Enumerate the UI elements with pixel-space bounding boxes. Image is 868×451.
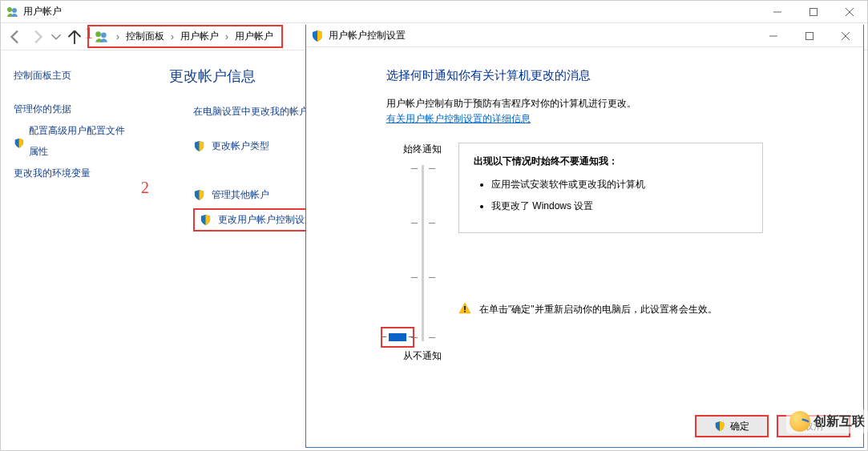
svg-rect-12 xyxy=(464,306,466,310)
svg-rect-13 xyxy=(464,311,466,312)
uac-slider[interactable] xyxy=(398,165,446,341)
uac-body: 选择何时通知你有关计算机更改的消息 用户帐户控制有助于预防有害程序对你的计算机进… xyxy=(306,47,863,364)
titlebar: 用户帐户 xyxy=(1,1,867,23)
minimize-button[interactable] xyxy=(759,1,795,23)
window-title: 用户帐户 xyxy=(23,5,759,18)
uac-desc-column: 出现以下情况时始终不要通知我： 应用尝试安装软件或更改我的计算机 我更改了 Wi… xyxy=(458,143,863,364)
forward-button[interactable] xyxy=(28,27,47,46)
uac-desc-bullet: 应用尝试安装软件或更改我的计算机 xyxy=(491,178,748,191)
shield-icon xyxy=(14,135,24,147)
breadcrumb[interactable]: › 控制面板 › 用户帐户 › 用户帐户 xyxy=(87,25,283,48)
uac-heading: 选择何时通知你有关计算机更改的消息 xyxy=(386,68,863,83)
uac-slider-column: 始终通知 从不通知 xyxy=(386,143,458,364)
shield-icon xyxy=(311,30,324,42)
slider-track xyxy=(422,165,424,341)
slider-thumb-highlight xyxy=(381,327,414,348)
svg-point-0 xyxy=(7,7,12,12)
slider-tick xyxy=(411,337,435,338)
uac-learn-more-link[interactable]: 有关用户帐户控制设置的详细信息 xyxy=(386,113,531,124)
sidebar-env-vars[interactable]: 更改我的环境变量 xyxy=(14,163,132,183)
shield-icon xyxy=(193,140,205,152)
watermark-text: 创新互联 xyxy=(813,413,865,430)
watermark: 创新互联 xyxy=(786,409,868,433)
link-change-uac[interactable]: 更改用户帐户控制设置 xyxy=(193,208,321,232)
user-accounts-icon xyxy=(6,6,18,18)
watermark-logo-icon xyxy=(789,411,810,432)
uac-title-text: 用户帐户控制设置 xyxy=(329,29,406,42)
slider-tick xyxy=(411,168,435,169)
uac-subtext: 用户帐户控制有助于预防有害程序对你的计算机进行更改。 xyxy=(386,96,863,111)
uac-slider-area: 始终通知 从不通知 xyxy=(386,143,863,364)
svg-rect-3 xyxy=(809,8,817,15)
up-button[interactable] xyxy=(65,27,84,46)
slider-label-bottom: 从不通知 xyxy=(403,349,442,364)
sidebar: 控制面板主页 管理你的凭据 配置高级用户配置文件属性 更改我的环境变量 xyxy=(1,50,145,450)
warning-icon xyxy=(458,302,471,315)
sidebar-credentials[interactable]: 管理你的凭据 xyxy=(14,99,132,119)
maximize-button[interactable] xyxy=(795,1,831,23)
chevron-right-icon[interactable]: › xyxy=(113,31,123,42)
slider-tick xyxy=(411,277,435,278)
svg-point-7 xyxy=(101,32,107,38)
breadcrumb-user-accounts-1[interactable]: 用户帐户 xyxy=(177,28,222,45)
ok-button-label: 确定 xyxy=(730,420,749,433)
slider-tick xyxy=(411,223,435,223)
sidebar-home[interactable]: 控制面板主页 xyxy=(14,65,132,86)
chevron-right-icon[interactable]: › xyxy=(222,31,232,42)
slider-thumb[interactable] xyxy=(389,333,406,341)
uac-warning-text: 在单击"确定"并重新启动你的电脑后，此设置将会生效。 xyxy=(479,302,717,317)
uac-settings-window: 用户帐户控制设置 选择何时通知你有关计算机更改的消息 用户帐户控制有助于预防有害… xyxy=(305,25,864,448)
uac-minimize-button[interactable] xyxy=(755,25,791,47)
shield-icon xyxy=(200,214,212,226)
uac-warning: 在单击"确定"并重新启动你的电脑后，此设置将会生效。 xyxy=(458,302,779,317)
shield-icon xyxy=(714,421,725,432)
uac-description-box: 出现以下情况时始终不要通知我： 应用尝试安装软件或更改我的计算机 我更改了 Wi… xyxy=(458,143,763,233)
svg-point-1 xyxy=(12,8,17,13)
window-buttons xyxy=(759,1,867,23)
annotation-2: 2 xyxy=(141,179,149,197)
sidebar-advanced-profile-label: 配置高级用户配置文件属性 xyxy=(29,120,132,163)
back-button[interactable] xyxy=(6,27,25,46)
uac-titlebar: 用户帐户控制设置 xyxy=(306,25,863,47)
slider-label-top: 始终通知 xyxy=(403,143,442,157)
uac-window-buttons xyxy=(755,25,863,47)
breadcrumb-user-accounts-2[interactable]: 用户帐户 xyxy=(232,28,277,45)
uac-desc-bullet: 我更改了 Windows 设置 xyxy=(491,199,748,213)
recent-dropdown-icon[interactable] xyxy=(50,27,62,46)
close-button[interactable] xyxy=(831,1,867,23)
chevron-right-icon[interactable]: › xyxy=(168,31,177,42)
svg-point-6 xyxy=(95,31,101,37)
breadcrumb-control-panel[interactable]: 控制面板 xyxy=(123,28,168,45)
annotation-1: 1 xyxy=(85,24,93,42)
svg-rect-9 xyxy=(805,32,813,39)
user-accounts-icon xyxy=(94,30,108,44)
ok-button[interactable]: 确定 xyxy=(695,415,769,437)
uac-desc-title: 出现以下情况时始终不要通知我： xyxy=(474,155,748,168)
uac-close-button[interactable] xyxy=(827,25,863,47)
shield-icon xyxy=(193,189,205,201)
uac-maximize-button[interactable] xyxy=(791,25,827,47)
sidebar-advanced-profile[interactable]: 配置高级用户配置文件属性 xyxy=(14,120,132,163)
